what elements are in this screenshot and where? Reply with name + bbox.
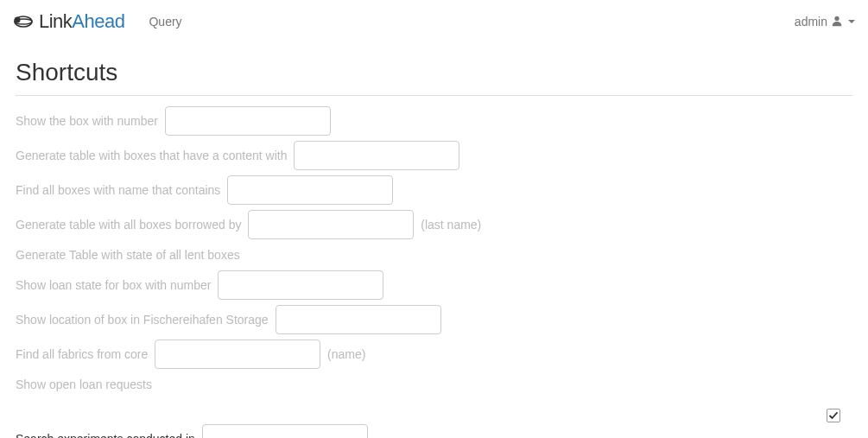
shortcut-label-post: (last name) (417, 218, 481, 232)
box-number-input[interactable] (165, 106, 331, 136)
shortcut-row-fischereihafen[interactable]: Show location of box in Fischereihafen S… (16, 305, 852, 334)
shortcut-label-pre: Show location of box in Fischereihafen S… (16, 313, 272, 327)
brand-prefix: Link (39, 10, 72, 32)
brand-text: LinkAhead (39, 10, 124, 33)
shortcut-label-pre: Show open loan requests (16, 378, 152, 391)
svg-point-2 (15, 17, 21, 23)
shortcut-label-pre: Show loan state for box with number (16, 278, 214, 292)
navbar: LinkAhead Query admin (0, 0, 868, 43)
boxes-name-input[interactable] (227, 175, 393, 205)
shortcut-row-open-loan[interactable]: Show open loan requests (16, 374, 852, 395)
nav-query-link[interactable]: Query (149, 15, 181, 29)
loan-state-input[interactable] (218, 270, 383, 300)
caret-down-icon (848, 20, 855, 23)
shortcut-row-experiments: Search experiments conducted in (16, 424, 852, 438)
active-row-checkbox[interactable] (827, 409, 840, 422)
table-content-input[interactable] (294, 141, 459, 170)
shortcut-label-pre: Find all boxes with name that contains (16, 183, 224, 197)
title-separator (16, 95, 852, 96)
checkbox-row (16, 409, 852, 422)
fischereihafen-input[interactable] (276, 305, 441, 334)
brand-suffix: Ahead (72, 10, 124, 32)
brand-logo-icon (13, 13, 34, 30)
shortcut-label-pre: Generate table with all boxes borrowed b… (16, 218, 244, 232)
shortcut-row-fabrics-core[interactable]: Find all fabrics from core (name) (16, 340, 852, 369)
shortcut-row-lent-boxes[interactable]: Generate Table with state of all lent bo… (16, 244, 852, 265)
brand-link[interactable]: LinkAhead (13, 10, 124, 33)
shortcut-label-pre: Generate Table with state of all lent bo… (16, 248, 240, 262)
shortcut-label-pre: Show the box with number (16, 114, 162, 128)
user-menu[interactable]: admin (795, 15, 855, 29)
main-container: Shortcuts Show the box with number Gener… (0, 59, 868, 438)
shortcuts-list: Show the box with number Generate table … (16, 106, 852, 405)
user-icon (831, 15, 843, 29)
shortcut-label-post: (name) (324, 347, 365, 361)
shortcut-row-box-number[interactable]: Show the box with number (16, 106, 852, 136)
svg-point-3 (834, 16, 839, 20)
shortcut-row-table-content[interactable]: Generate table with boxes that have a co… (16, 141, 852, 170)
shortcut-row-boxes-name[interactable]: Find all boxes with name that contains (16, 175, 852, 205)
shortcut-row-loan-state[interactable]: Show loan state for box with number (16, 270, 852, 300)
experiments-input[interactable] (202, 424, 368, 438)
shortcut-label-pre: Generate table with boxes that have a co… (16, 149, 290, 162)
shortcuts-title: Shortcuts (16, 59, 852, 88)
navbar-left: LinkAhead Query (13, 10, 182, 33)
fabrics-core-input[interactable] (155, 340, 320, 369)
shortcut-label-pre: Search experiments conducted in (16, 432, 199, 438)
user-label: admin (795, 15, 827, 29)
shortcut-row-borrowed-by[interactable]: Generate table with all boxes borrowed b… (16, 210, 852, 239)
shortcut-label-pre: Find all fabrics from core (16, 347, 151, 361)
borrowed-by-input[interactable] (248, 210, 414, 239)
